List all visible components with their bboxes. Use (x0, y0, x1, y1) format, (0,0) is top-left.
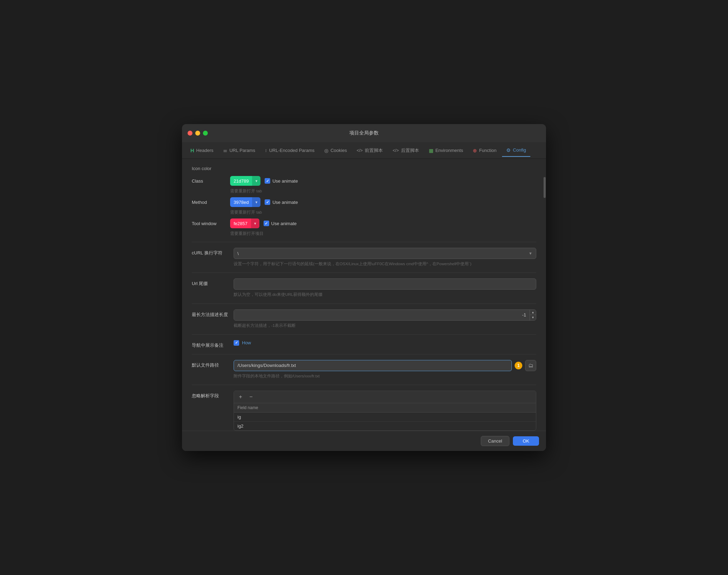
table-toolbar: + − (234, 391, 536, 403)
class-row: Class 21d789 ▼ ✓ Use animate (192, 176, 536, 186)
method-row: Method 3978ed ▼ ✓ Use animate (192, 197, 536, 207)
tab-url-encoded-label: URL-Encoded Params (269, 148, 314, 153)
folder-browse-button[interactable]: 🗂 (525, 360, 536, 371)
divider-5 (192, 354, 536, 354)
tool-window-animate-check: ✓ (264, 221, 269, 226)
icon-color-section: Icon color Class 21d789 ▼ ✓ Use animate (192, 166, 536, 236)
tab-environments[interactable]: ▦ Environments (425, 144, 467, 157)
tab-cookies[interactable]: ◎ Cookies (320, 144, 351, 157)
icon-color-title: Icon color (192, 166, 536, 171)
show-note-section: 导航中展示备注 ✓ How (192, 340, 536, 348)
remove-field-button[interactable]: − (247, 393, 255, 401)
class-color-dropdown[interactable]: 21d789 ▼ (230, 176, 260, 186)
traffic-lights (188, 131, 208, 136)
main-window: 项目全局参数 H Headers ⚌ URL Params ⫶ URL-Enco… (182, 124, 546, 451)
class-animate-label: Use animate (272, 178, 298, 184)
spinner-up-button[interactable]: ▲ (530, 310, 536, 315)
cookies-icon: ◎ (324, 148, 328, 153)
tab-config[interactable]: ⚙ Config (502, 144, 530, 157)
tool-window-label: Tool window (192, 221, 230, 226)
method-label: Method (192, 200, 230, 205)
file-path-field-right: 1 🗂 附件字段的本地文件路径，例如/Users/xxx/fr.txt (234, 360, 536, 379)
divider-1 (192, 242, 536, 242)
field-name-header: Field name (237, 405, 258, 410)
tab-environments-label: Environments (435, 148, 463, 153)
tab-bar: H Headers ⚌ URL Params ⫶ URL-Encoded Par… (182, 142, 546, 159)
max-method-label: 最长方法描述长度 (192, 309, 234, 318)
config-icon: ⚙ (506, 147, 511, 153)
cancel-button[interactable]: Cancel (481, 436, 509, 446)
tool-window-hint: 需要重新打开项目 (230, 231, 536, 236)
add-field-button[interactable]: + (237, 393, 244, 401)
tool-window-color-value: fe2857 (230, 219, 251, 228)
scrollbar-track (543, 176, 546, 413)
show-note-label: 导航中展示备注 (192, 340, 234, 348)
url-encoded-icon: ⫶ (265, 148, 267, 153)
method-hint: 需要重新打开 tab (230, 210, 536, 215)
class-color-value: 21d789 (230, 176, 252, 186)
table-row[interactable]: ig (234, 413, 536, 422)
tab-headers-label: Headers (196, 148, 213, 153)
maximize-button[interactable] (203, 131, 208, 136)
spinner-combo: -1 ▲ ▼ (234, 309, 536, 321)
method-color-value: 3978ed (230, 197, 252, 207)
tab-config-label: Config (513, 147, 526, 153)
method-animate-checkbox[interactable]: ✓ Use animate (265, 199, 298, 205)
method-color-dropdown[interactable]: 3978ed ▼ (230, 197, 260, 207)
class-label: Class (192, 178, 230, 184)
file-path-section: 默认文件路径 1 🗂 附件字段的本地文件路径，例如/Users/xxx/fr.t… (192, 360, 536, 379)
footer: Cancel OK (182, 431, 546, 451)
divider-2 (192, 273, 536, 273)
scrollbar-thumb[interactable] (544, 177, 546, 198)
max-method-hint: 截断超长方法描述，-1表示不截断 (234, 323, 536, 329)
url-suffix-input[interactable] (234, 278, 536, 290)
show-note-field-right: ✓ How (234, 340, 536, 346)
tool-window-color-dropdown[interactable]: fe2857 ▼ (230, 219, 259, 228)
curl-hint: 设置一个字符，用于标记下一行语句的延续(一般来说，在OSX/Linux上使用\u… (234, 261, 536, 267)
divider-4 (192, 334, 536, 335)
table-row[interactable]: ig2 (234, 422, 536, 430)
table-header: Field name (234, 403, 536, 413)
minimize-button[interactable] (195, 131, 200, 136)
curl-select[interactable]: \ ▼ (234, 248, 536, 259)
tab-cookies-label: Cookies (331, 148, 347, 153)
tab-pre-script-label: 前置脚本 (365, 147, 383, 154)
curl-value: \ (237, 251, 239, 256)
method-animate-label: Use animate (272, 200, 298, 205)
method-dropdown-arrow: ▼ (252, 197, 260, 207)
spinner-down-button[interactable]: ▼ (530, 315, 536, 320)
file-path-hint: 附件字段的本地文件路径，例如/Users/xxx/fr.txt (234, 373, 536, 379)
tab-function[interactable]: ⊕ Function (469, 144, 501, 157)
file-path-label: 默认文件路径 (192, 360, 234, 368)
spinner-side: ▲ ▼ (530, 310, 536, 320)
minus-icon: − (249, 394, 252, 400)
tool-window-animate-checkbox[interactable]: ✓ Use animate (264, 221, 297, 226)
plus-icon: + (239, 394, 242, 400)
tab-url-encoded[interactable]: ⫶ URL-Encoded Params (261, 144, 319, 157)
tab-pre-script[interactable]: </> 前置脚本 (352, 144, 387, 157)
tab-url-params[interactable]: ⚌ URL Params (219, 144, 259, 157)
curl-field-right: \ ▼ 设置一个字符，用于标记下一行语句的延续(一般来说，在OSX/Linux上… (234, 248, 536, 267)
file-path-input[interactable] (234, 360, 512, 371)
how-link[interactable]: How (242, 340, 251, 345)
ok-button[interactable]: OK (513, 436, 539, 446)
max-method-section: 最长方法描述长度 -1 ▲ ▼ 截断超长方法描述，-1表示不截断 (192, 309, 536, 329)
tab-post-script[interactable]: </> 后置脚本 (388, 144, 423, 157)
tab-headers[interactable]: H Headers (186, 144, 218, 157)
ignore-fields-right: + − Field name ig ig2 (234, 391, 536, 431)
ignore-fields-section: 忽略解析字段 + − Field name (192, 391, 536, 431)
headers-icon: H (190, 147, 194, 153)
divider-3 (192, 304, 536, 304)
folder-icon: 🗂 (528, 362, 533, 368)
show-note-checkbox[interactable]: ✓ (234, 340, 239, 346)
environments-icon: ▦ (429, 148, 433, 153)
class-animate-checkbox[interactable]: ✓ Use animate (265, 178, 298, 184)
url-suffix-label: Url 尾缀 (192, 278, 234, 287)
close-button[interactable] (188, 131, 192, 136)
ignore-fields-label: 忽略解析字段 (192, 391, 234, 399)
url-params-icon: ⚌ (223, 148, 227, 153)
divider-6 (192, 385, 536, 385)
window-title: 项目全局参数 (349, 130, 379, 136)
tool-window-row: Tool window fe2857 ▼ ✓ Use animate (192, 219, 536, 228)
tab-function-label: Function (479, 148, 496, 153)
